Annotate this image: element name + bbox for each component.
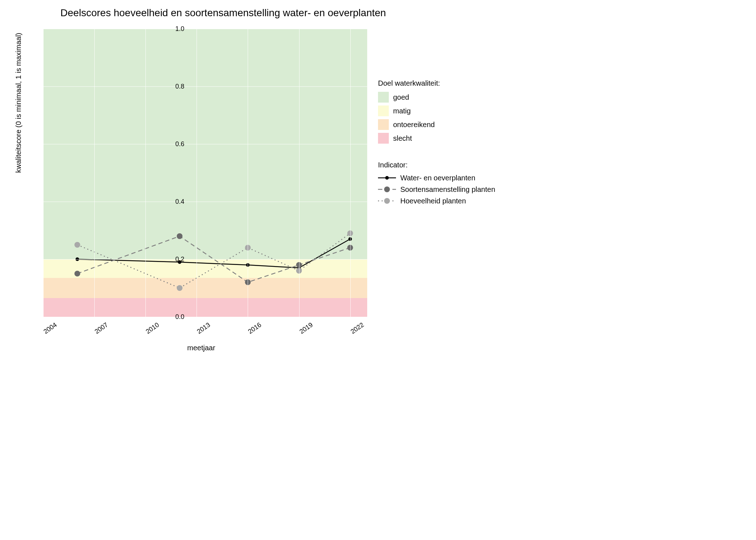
- legend-line-sample: [378, 197, 396, 205]
- data-point: [177, 233, 183, 239]
- legend-band-item: slecht: [378, 133, 495, 144]
- legend-series-item: Hoeveelheid planten: [378, 197, 495, 205]
- gridline-v: [145, 29, 146, 317]
- legend-series-label: Soortensamenstelling planten: [400, 185, 495, 194]
- legend-swatch: [378, 105, 389, 116]
- legend-line-sample: [378, 185, 396, 194]
- gridline-h: [43, 144, 367, 144]
- x-tick-label: 2022: [349, 321, 365, 336]
- x-tick-label: 2004: [42, 321, 58, 336]
- y-tick-label: 0.2: [163, 256, 184, 263]
- legend-series-label: Water- en oeverplanten: [400, 174, 475, 182]
- x-tick-label: 2010: [144, 321, 161, 336]
- legend-series-label: Hoeveelheid planten: [400, 197, 466, 205]
- legend-band-item: goed: [378, 92, 495, 103]
- legend-band-label: matig: [393, 107, 411, 115]
- legend-swatch: [378, 92, 389, 103]
- y-tick-label: 1.0: [163, 25, 184, 33]
- x-tick-label: 2016: [247, 321, 263, 336]
- x-tick-label: 2013: [196, 321, 212, 336]
- legend-swatch: [378, 119, 389, 130]
- legend-band-item: ontoereikend: [378, 119, 495, 130]
- x-tick-label: 2019: [298, 321, 314, 336]
- svg-point-5: [384, 198, 390, 204]
- gridline-h: [43, 29, 367, 29]
- data-point: [75, 271, 80, 276]
- gridline-h: [43, 317, 367, 317]
- data-point: [75, 242, 80, 248]
- legend-swatch: [378, 133, 389, 144]
- data-layer: [43, 29, 367, 317]
- gridline-h: [43, 202, 367, 202]
- gridline-h: [43, 86, 367, 87]
- legend-band-item: matig: [378, 105, 495, 116]
- gridline-v: [94, 29, 95, 317]
- y-tick-label: 0.0: [163, 313, 184, 321]
- chart-title: Deelscores hoeveelheid en soortensamenst…: [0, 7, 511, 19]
- gridline-v: [299, 29, 300, 317]
- chart-container: Deelscores hoeveelheid en soortensamenst…: [7, 7, 511, 367]
- gridline-v: [350, 29, 351, 317]
- legend-line-sample: [378, 174, 396, 182]
- svg-point-3: [384, 186, 390, 192]
- gridline-v: [248, 29, 248, 317]
- legend-band-label: slecht: [393, 134, 412, 143]
- gridline-v: [43, 29, 44, 317]
- legend-band-label: goed: [393, 93, 409, 102]
- series-line: [77, 239, 350, 268]
- y-tick-label: 0.8: [163, 83, 184, 90]
- y-tick-label: 0.6: [163, 140, 184, 148]
- legend-bands-title: Doel waterkwaliteit:: [378, 79, 495, 87]
- data-point: [177, 285, 183, 291]
- legend-series-item: Water- en oeverplanten: [378, 174, 495, 182]
- x-tick-label: 2007: [93, 321, 109, 336]
- legend-series-item: Soortensamenstelling planten: [378, 185, 495, 194]
- legend: Doel waterkwaliteit: goedmatigontoereike…: [378, 79, 495, 208]
- svg-point-1: [385, 176, 389, 180]
- y-axis-label: kwaliteitscore (0 is minimaal, 1 is maxi…: [14, 33, 23, 173]
- x-axis-label: meetjaar: [187, 344, 215, 352]
- legend-series-title: Indicator:: [378, 161, 495, 169]
- y-tick-label: 0.4: [163, 198, 184, 206]
- legend-band-label: ontoereikend: [393, 121, 435, 129]
- plot-area: [43, 29, 367, 317]
- gridline-v: [197, 29, 197, 317]
- gridline-h: [43, 259, 367, 260]
